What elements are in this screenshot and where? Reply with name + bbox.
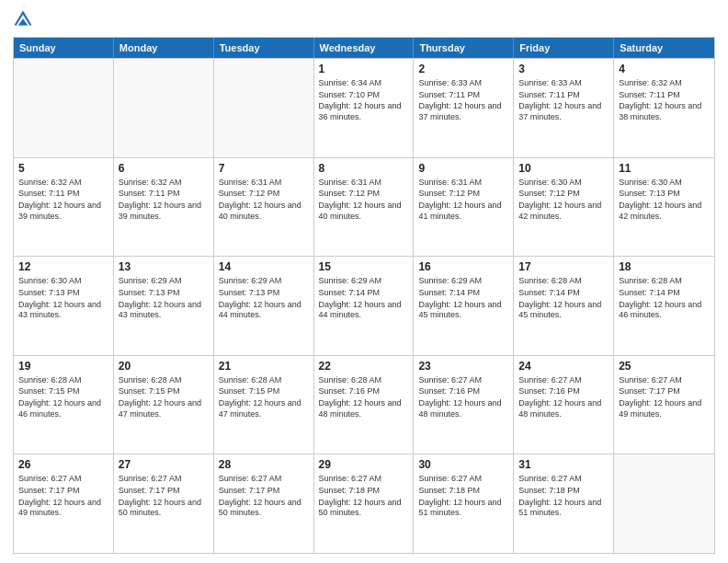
sunset-text: Sunset: 7:14 PM	[518, 288, 609, 299]
header-day-tuesday: Tuesday	[214, 38, 314, 58]
page-container: SundayMondayTuesdayWednesdayThursdayFrid…	[0, 0, 728, 563]
header-day-friday: Friday	[514, 38, 614, 58]
sunrise-text: Sunrise: 6:27 AM	[518, 474, 609, 485]
sunset-text: Sunset: 7:14 PM	[319, 288, 409, 299]
sunrise-text: Sunrise: 6:27 AM	[418, 474, 508, 485]
day-number: 28	[219, 458, 309, 471]
header-day-wednesday: Wednesday	[314, 38, 415, 58]
day-cell-4: 4Sunrise: 6:32 AMSunset: 7:11 PMDaylight…	[614, 59, 714, 157]
day-cell-21: 21Sunrise: 6:28 AMSunset: 7:15 PMDayligh…	[214, 356, 314, 454]
daylight-text: Daylight: 12 hours and 38 minutes.	[619, 101, 710, 122]
sunrise-text: Sunrise: 6:31 AM	[418, 178, 508, 189]
day-number: 29	[319, 458, 409, 471]
day-number: 16	[418, 260, 508, 273]
day-cell-24: 24Sunrise: 6:27 AMSunset: 7:16 PMDayligh…	[514, 356, 614, 454]
sunrise-text: Sunrise: 6:27 AM	[18, 474, 108, 485]
day-number: 12	[18, 260, 108, 273]
sunrise-text: Sunrise: 6:28 AM	[619, 276, 710, 287]
sunset-text: Sunset: 7:18 PM	[518, 486, 609, 497]
sunset-text: Sunset: 7:11 PM	[418, 90, 508, 101]
day-number: 1	[319, 63, 409, 75]
daylight-text: Daylight: 12 hours and 37 minutes.	[518, 101, 609, 122]
daylight-text: Daylight: 12 hours and 50 minutes.	[119, 498, 209, 519]
day-number: 15	[319, 260, 409, 273]
week-row-3: 12Sunrise: 6:30 AMSunset: 7:13 PMDayligh…	[14, 256, 714, 355]
day-cell-18: 18Sunrise: 6:28 AMSunset: 7:14 PMDayligh…	[614, 257, 714, 355]
sunset-text: Sunset: 7:12 PM	[418, 189, 508, 200]
day-cell-13: 13Sunrise: 6:29 AMSunset: 7:13 PMDayligh…	[114, 257, 214, 355]
empty-cell	[614, 454, 714, 553]
sunset-text: Sunset: 7:15 PM	[18, 386, 108, 397]
day-cell-17: 17Sunrise: 6:28 AMSunset: 7:14 PMDayligh…	[514, 257, 614, 355]
logo-icon	[13, 9, 33, 29]
day-number: 10	[518, 162, 609, 175]
sunset-text: Sunset: 7:11 PM	[518, 90, 609, 101]
day-cell-19: 19Sunrise: 6:28 AMSunset: 7:15 PMDayligh…	[14, 356, 114, 454]
sunrise-text: Sunrise: 6:28 AM	[119, 375, 209, 386]
sunrise-text: Sunrise: 6:27 AM	[319, 474, 409, 485]
sunrise-text: Sunrise: 6:29 AM	[219, 276, 309, 287]
day-cell-7: 7Sunrise: 6:31 AMSunset: 7:12 PMDaylight…	[214, 158, 314, 257]
header-day-monday: Monday	[114, 38, 214, 58]
sunset-text: Sunset: 7:17 PM	[18, 486, 108, 497]
daylight-text: Daylight: 12 hours and 43 minutes.	[18, 300, 108, 321]
day-number: 3	[518, 63, 609, 75]
day-number: 23	[418, 360, 508, 373]
sunset-text: Sunset: 7:14 PM	[619, 288, 710, 299]
day-number: 5	[18, 162, 108, 175]
day-cell-10: 10Sunrise: 6:30 AMSunset: 7:12 PMDayligh…	[514, 158, 614, 257]
day-number: 30	[418, 458, 508, 471]
daylight-text: Daylight: 12 hours and 49 minutes.	[619, 398, 710, 419]
sunrise-text: Sunrise: 6:32 AM	[18, 178, 108, 189]
daylight-text: Daylight: 12 hours and 42 minutes.	[518, 201, 609, 222]
sunrise-text: Sunrise: 6:29 AM	[119, 276, 209, 287]
daylight-text: Daylight: 12 hours and 46 minutes.	[18, 398, 108, 419]
week-row-5: 26Sunrise: 6:27 AMSunset: 7:17 PMDayligh…	[14, 454, 714, 553]
daylight-text: Daylight: 12 hours and 50 minutes.	[319, 498, 409, 519]
day-number: 24	[518, 360, 609, 373]
sunset-text: Sunset: 7:11 PM	[18, 189, 108, 200]
daylight-text: Daylight: 12 hours and 49 minutes.	[18, 498, 108, 519]
sunset-text: Sunset: 7:13 PM	[119, 288, 209, 299]
day-cell-30: 30Sunrise: 6:27 AMSunset: 7:18 PMDayligh…	[414, 454, 514, 553]
day-cell-29: 29Sunrise: 6:27 AMSunset: 7:18 PMDayligh…	[314, 454, 415, 553]
sunset-text: Sunset: 7:18 PM	[319, 486, 409, 497]
daylight-text: Daylight: 12 hours and 47 minutes.	[219, 398, 309, 419]
sunset-text: Sunset: 7:14 PM	[418, 288, 508, 299]
empty-cell	[214, 59, 314, 157]
sunset-text: Sunset: 7:17 PM	[119, 486, 209, 497]
sunrise-text: Sunrise: 6:27 AM	[119, 474, 209, 485]
day-number: 8	[319, 162, 409, 175]
day-number: 27	[119, 458, 209, 471]
header-day-saturday: Saturday	[614, 38, 714, 58]
daylight-text: Daylight: 12 hours and 40 minutes.	[219, 201, 309, 222]
sunrise-text: Sunrise: 6:33 AM	[418, 78, 508, 89]
day-cell-22: 22Sunrise: 6:28 AMSunset: 7:16 PMDayligh…	[314, 356, 415, 454]
day-cell-14: 14Sunrise: 6:29 AMSunset: 7:13 PMDayligh…	[214, 257, 314, 355]
day-number: 25	[619, 360, 710, 373]
header-day-sunday: Sunday	[14, 38, 114, 58]
calendar-body: 1Sunrise: 6:34 AMSunset: 7:10 PMDaylight…	[14, 58, 714, 553]
daylight-text: Daylight: 12 hours and 48 minutes.	[518, 398, 609, 419]
sunrise-text: Sunrise: 6:31 AM	[319, 178, 409, 189]
day-number: 19	[18, 360, 108, 373]
sunset-text: Sunset: 7:11 PM	[619, 90, 710, 101]
day-number: 11	[619, 162, 710, 175]
day-number: 2	[418, 63, 508, 75]
sunset-text: Sunset: 7:15 PM	[119, 386, 209, 397]
daylight-text: Daylight: 12 hours and 51 minutes.	[518, 498, 609, 519]
daylight-text: Daylight: 12 hours and 51 minutes.	[418, 498, 508, 519]
daylight-text: Daylight: 12 hours and 44 minutes.	[319, 300, 409, 321]
sunrise-text: Sunrise: 6:32 AM	[619, 78, 710, 89]
sunset-text: Sunset: 7:15 PM	[219, 386, 309, 397]
day-number: 21	[219, 360, 309, 373]
day-cell-28: 28Sunrise: 6:27 AMSunset: 7:17 PMDayligh…	[214, 454, 314, 553]
day-cell-25: 25Sunrise: 6:27 AMSunset: 7:17 PMDayligh…	[614, 356, 714, 454]
day-cell-9: 9Sunrise: 6:31 AMSunset: 7:12 PMDaylight…	[414, 158, 514, 257]
week-row-1: 1Sunrise: 6:34 AMSunset: 7:10 PMDaylight…	[14, 58, 714, 157]
sunset-text: Sunset: 7:18 PM	[418, 486, 508, 497]
daylight-text: Daylight: 12 hours and 48 minutes.	[418, 398, 508, 419]
sunset-text: Sunset: 7:13 PM	[18, 288, 108, 299]
day-number: 22	[319, 360, 409, 373]
day-number: 4	[619, 63, 710, 75]
